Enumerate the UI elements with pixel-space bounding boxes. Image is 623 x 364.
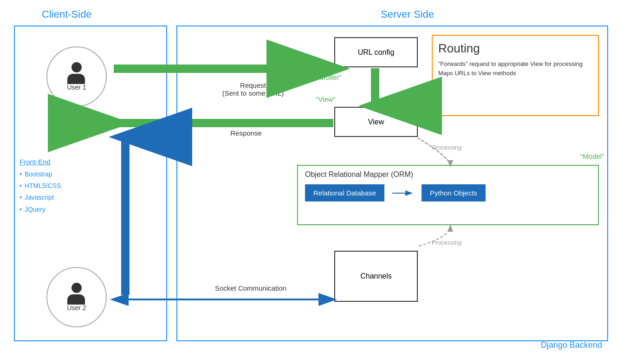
orm-inner: Relational Database Python Objects <box>305 184 591 202</box>
frontend-list: Bootstrap HTML5/CSS Javascript JQuery <box>19 169 61 215</box>
processing-label-1: Processing <box>432 144 461 151</box>
processing-label-2: Processing <box>432 239 461 246</box>
orm-arrow-svg <box>391 188 415 198</box>
view-box: View <box>334 107 418 137</box>
frontend-title: Front-End <box>19 158 61 166</box>
view-label-text: "View" <box>316 95 336 103</box>
socket-label: Socket Communication <box>176 284 325 292</box>
frontend-item-jquery: JQuery <box>19 204 61 215</box>
relational-db-button: Relational Database <box>305 184 384 202</box>
frontend-section: Front-End Bootstrap HTML5/CSS Javascript… <box>19 158 61 215</box>
user2-label: User 2 <box>67 304 86 312</box>
frontend-item-javascript: Javascript <box>19 192 61 203</box>
user2-icon <box>67 283 86 301</box>
django-backend-label: Django Backend <box>541 340 602 350</box>
user1-icon <box>67 62 86 81</box>
response-label: Response <box>200 129 292 137</box>
request-label: Request(Sent to some URL) <box>195 81 311 97</box>
server-side-label: Server Side <box>381 8 434 20</box>
user1-circle: User 1 <box>46 46 107 107</box>
user2-circle: User 2 <box>46 267 107 327</box>
orm-box: Object Relational Mapper (ORM) Relationa… <box>297 165 599 225</box>
routing-box: Routing "Forwards" request to appropriat… <box>432 35 599 116</box>
routing-title: Routing <box>438 41 592 56</box>
controller-label: "Controller" <box>306 73 342 81</box>
channels-box: Channels <box>334 251 418 302</box>
frontend-item-html5: HTML5/CSS <box>19 180 61 192</box>
url-config-box: URL config <box>334 37 418 67</box>
python-objects-button: Python Objects <box>422 184 486 202</box>
routing-desc: "Forwards" request to appropriate View f… <box>438 59 592 78</box>
model-label: "Model" <box>580 152 604 160</box>
user1-label: User 1 <box>67 84 86 91</box>
frontend-item-bootstrap: Bootstrap <box>19 169 61 180</box>
client-side-label: Client-Side <box>42 8 92 20</box>
orm-title: Object Relational Mapper (ORM) <box>305 170 591 179</box>
